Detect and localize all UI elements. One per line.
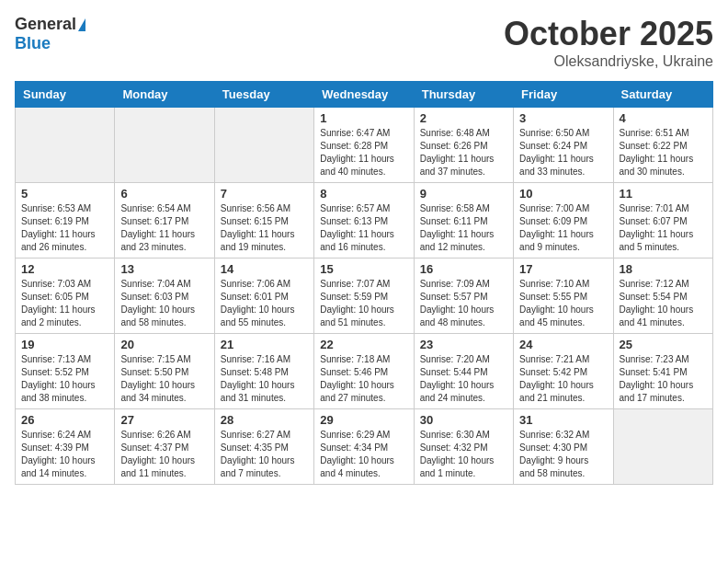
header-friday: Friday — [514, 82, 613, 108]
day-info: Sunrise: 6:32 AM Sunset: 4:30 PM Dayligh… — [519, 429, 607, 480]
calendar-cell: 23Sunrise: 7:20 AM Sunset: 5:44 PM Dayli… — [414, 334, 513, 409]
calendar-cell: 13Sunrise: 7:04 AM Sunset: 6:03 PM Dayli… — [115, 259, 214, 334]
day-info: Sunrise: 7:04 AM Sunset: 6:03 PM Dayligh… — [120, 278, 208, 329]
day-info: Sunrise: 6:54 AM Sunset: 6:17 PM Dayligh… — [120, 202, 208, 254]
day-number: 20 — [120, 338, 208, 351]
day-number: 28 — [221, 413, 308, 427]
weekday-header-row: Sunday Monday Tuesday Wednesday Thursday… — [16, 82, 713, 108]
logo: General Blue — [15, 15, 85, 53]
day-info: Sunrise: 6:56 AM Sunset: 6:15 PM Dayligh… — [221, 202, 308, 254]
day-info: Sunrise: 7:00 AM Sunset: 6:09 PM Dayligh… — [519, 202, 607, 254]
day-info: Sunrise: 6:30 AM Sunset: 4:32 PM Dayligh… — [420, 429, 507, 480]
day-number: 19 — [21, 338, 108, 351]
calendar-cell: 8Sunrise: 6:57 AM Sunset: 6:13 PM Daylig… — [314, 183, 414, 259]
day-info: Sunrise: 6:27 AM Sunset: 4:35 PM Dayligh… — [221, 429, 308, 480]
calendar: Sunday Monday Tuesday Wednesday Thursday… — [15, 81, 713, 485]
header-sunday: Sunday — [16, 82, 115, 108]
calendar-cell: 28Sunrise: 6:27 AM Sunset: 4:35 PM Dayli… — [214, 409, 313, 485]
day-info: Sunrise: 7:16 AM Sunset: 5:48 PM Dayligh… — [221, 353, 308, 405]
logo-general-text: General — [15, 15, 76, 34]
day-number: 8 — [320, 187, 407, 201]
day-number: 31 — [519, 413, 607, 427]
calendar-week-3: 19Sunrise: 7:13 AM Sunset: 5:52 PM Dayli… — [16, 334, 713, 409]
calendar-week-2: 12Sunrise: 7:03 AM Sunset: 6:05 PM Dayli… — [16, 259, 713, 334]
calendar-cell: 24Sunrise: 7:21 AM Sunset: 5:42 PM Dayli… — [514, 334, 613, 409]
day-info: Sunrise: 6:29 AM Sunset: 4:34 PM Dayligh… — [320, 429, 407, 480]
day-info: Sunrise: 6:50 AM Sunset: 6:24 PM Dayligh… — [519, 127, 607, 178]
calendar-cell: 27Sunrise: 6:26 AM Sunset: 4:37 PM Dayli… — [115, 409, 214, 485]
header-thursday: Thursday — [414, 82, 513, 108]
calendar-cell: 26Sunrise: 6:24 AM Sunset: 4:39 PM Dayli… — [16, 409, 115, 485]
month-title: October 2025 — [504, 15, 713, 53]
calendar-cell: 21Sunrise: 7:16 AM Sunset: 5:48 PM Dayli… — [214, 334, 313, 409]
day-number: 25 — [620, 338, 707, 351]
calendar-cell: 15Sunrise: 7:07 AM Sunset: 5:59 PM Dayli… — [314, 259, 414, 334]
day-info: Sunrise: 7:06 AM Sunset: 6:01 PM Dayligh… — [221, 278, 308, 329]
header-monday: Monday — [115, 82, 214, 108]
title-area: October 2025 Oleksandriyske, Ukraine — [504, 15, 713, 70]
calendar-cell: 7Sunrise: 6:56 AM Sunset: 6:15 PM Daylig… — [214, 183, 313, 259]
calendar-week-1: 5Sunrise: 6:53 AM Sunset: 6:19 PM Daylig… — [16, 183, 713, 259]
day-number: 4 — [620, 111, 707, 125]
day-number: 18 — [620, 262, 707, 276]
page: General Blue October 2025 Oleksandriyske… — [0, 0, 728, 500]
location: Oleksandriyske, Ukraine — [504, 53, 713, 70]
day-info: Sunrise: 7:21 AM Sunset: 5:42 PM Dayligh… — [519, 353, 607, 405]
calendar-cell: 18Sunrise: 7:12 AM Sunset: 5:54 PM Dayli… — [613, 259, 712, 334]
calendar-cell — [613, 409, 712, 485]
day-number: 22 — [320, 338, 407, 351]
day-info: Sunrise: 6:24 AM Sunset: 4:39 PM Dayligh… — [21, 429, 108, 480]
day-info: Sunrise: 6:53 AM Sunset: 6:19 PM Dayligh… — [21, 202, 108, 254]
calendar-cell: 16Sunrise: 7:09 AM Sunset: 5:57 PM Dayli… — [414, 259, 513, 334]
day-number: 14 — [221, 262, 308, 276]
calendar-cell: 30Sunrise: 6:30 AM Sunset: 4:32 PM Dayli… — [414, 409, 513, 485]
calendar-cell — [214, 108, 313, 183]
day-number: 30 — [420, 413, 507, 427]
day-info: Sunrise: 7:01 AM Sunset: 6:07 PM Dayligh… — [620, 202, 707, 254]
day-number: 29 — [320, 413, 407, 427]
day-info: Sunrise: 7:18 AM Sunset: 5:46 PM Dayligh… — [320, 353, 407, 405]
header: General Blue October 2025 Oleksandriyske… — [15, 15, 713, 70]
day-number: 11 — [620, 187, 707, 201]
calendar-cell: 2Sunrise: 6:48 AM Sunset: 6:26 PM Daylig… — [414, 108, 513, 183]
day-number: 12 — [21, 262, 108, 276]
day-info: Sunrise: 7:10 AM Sunset: 5:55 PM Dayligh… — [519, 278, 607, 329]
logo-blue-text: Blue — [15, 34, 51, 53]
day-info: Sunrise: 6:58 AM Sunset: 6:11 PM Dayligh… — [420, 202, 507, 254]
day-number: 13 — [120, 262, 208, 276]
calendar-cell: 12Sunrise: 7:03 AM Sunset: 6:05 PM Dayli… — [16, 259, 115, 334]
day-info: Sunrise: 7:23 AM Sunset: 5:41 PM Dayligh… — [620, 353, 707, 405]
calendar-cell: 1Sunrise: 6:47 AM Sunset: 6:28 PM Daylig… — [314, 108, 414, 183]
calendar-cell: 17Sunrise: 7:10 AM Sunset: 5:55 PM Dayli… — [514, 259, 613, 334]
calendar-cell: 3Sunrise: 6:50 AM Sunset: 6:24 PM Daylig… — [514, 108, 613, 183]
day-info: Sunrise: 6:51 AM Sunset: 6:22 PM Dayligh… — [620, 127, 707, 178]
day-number: 26 — [21, 413, 108, 427]
day-info: Sunrise: 7:20 AM Sunset: 5:44 PM Dayligh… — [420, 353, 507, 405]
calendar-cell: 22Sunrise: 7:18 AM Sunset: 5:46 PM Dayli… — [314, 334, 414, 409]
day-number: 24 — [519, 338, 607, 351]
day-number: 21 — [221, 338, 308, 351]
day-number: 7 — [221, 187, 308, 201]
calendar-cell: 4Sunrise: 6:51 AM Sunset: 6:22 PM Daylig… — [613, 108, 712, 183]
calendar-cell: 29Sunrise: 6:29 AM Sunset: 4:34 PM Dayli… — [314, 409, 414, 485]
header-wednesday: Wednesday — [314, 82, 414, 108]
header-tuesday: Tuesday — [214, 82, 313, 108]
calendar-cell — [16, 108, 115, 183]
calendar-week-4: 26Sunrise: 6:24 AM Sunset: 4:39 PM Dayli… — [16, 409, 713, 485]
logo-icon — [78, 18, 85, 31]
day-number: 10 — [519, 187, 607, 201]
day-number: 1 — [320, 111, 407, 125]
calendar-cell: 5Sunrise: 6:53 AM Sunset: 6:19 PM Daylig… — [16, 183, 115, 259]
calendar-cell: 11Sunrise: 7:01 AM Sunset: 6:07 PM Dayli… — [613, 183, 712, 259]
day-number: 3 — [519, 111, 607, 125]
calendar-cell: 14Sunrise: 7:06 AM Sunset: 6:01 PM Dayli… — [214, 259, 313, 334]
calendar-cell: 6Sunrise: 6:54 AM Sunset: 6:17 PM Daylig… — [115, 183, 214, 259]
day-number: 23 — [420, 338, 507, 351]
calendar-cell — [115, 108, 214, 183]
calendar-cell: 31Sunrise: 6:32 AM Sunset: 4:30 PM Dayli… — [514, 409, 613, 485]
day-info: Sunrise: 7:15 AM Sunset: 5:50 PM Dayligh… — [120, 353, 208, 405]
day-info: Sunrise: 7:03 AM Sunset: 6:05 PM Dayligh… — [21, 278, 108, 329]
day-info: Sunrise: 6:57 AM Sunset: 6:13 PM Dayligh… — [320, 202, 407, 254]
day-number: 5 — [21, 187, 108, 201]
day-info: Sunrise: 6:47 AM Sunset: 6:28 PM Dayligh… — [320, 127, 407, 178]
